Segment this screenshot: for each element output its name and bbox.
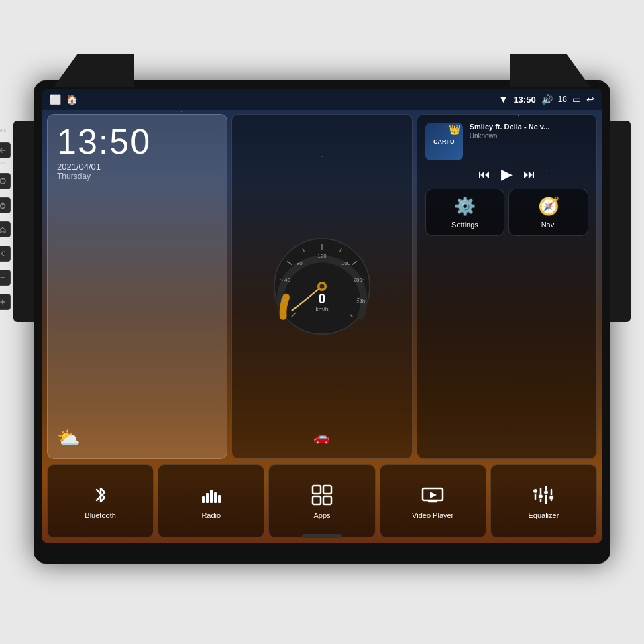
- apps-button[interactable]: Apps: [268, 464, 375, 538]
- clock-date: 2021/04/01: [57, 162, 217, 172]
- svg-text:km/h: km/h: [315, 306, 328, 313]
- status-time: 13:50: [513, 95, 535, 105]
- radio-label: Radio: [201, 511, 221, 519]
- top-fin-right: [510, 54, 590, 87]
- speed-widget: 0 40 80 120 160 200 240 0 km/h: [231, 114, 412, 459]
- back-side-button[interactable]: [0, 246, 11, 262]
- wifi-icon: ▼: [499, 94, 508, 105]
- video-player-button[interactable]: Video Player: [380, 464, 486, 538]
- bluetooth-icon: [89, 483, 113, 507]
- svg-rect-31: [218, 495, 221, 503]
- equalizer-button[interactable]: Equalizer: [490, 464, 597, 538]
- navi-label: Navi: [541, 221, 556, 229]
- bluetooth-button[interactable]: Bluetooth: [47, 464, 154, 538]
- svg-point-46: [549, 496, 554, 500]
- side-buttons: MIC RST: [0, 134, 11, 310]
- rst-button[interactable]: [0, 173, 11, 189]
- svg-rect-30: [214, 492, 217, 503]
- svg-point-44: [544, 490, 549, 495]
- svg-text:0: 0: [319, 291, 326, 306]
- weather-icon: ⛅: [57, 427, 80, 449]
- svg-marker-37: [430, 492, 437, 498]
- svg-rect-32: [313, 486, 321, 494]
- svg-text:240: 240: [356, 299, 366, 305]
- svg-rect-35: [323, 496, 331, 504]
- svg-rect-33: [323, 486, 331, 494]
- svg-point-42: [539, 494, 543, 499]
- status-bar: ⬜ 🏠 ▼ 13:50 🔊 18 ▭ ↩: [42, 89, 602, 110]
- settings-button[interactable]: ⚙️ Settings: [425, 189, 505, 236]
- music-widget: CARFU 👑 Smiley ft. Delia - Ne v... Unkno…: [417, 114, 597, 459]
- bottom-notch: [302, 534, 342, 538]
- power-button[interactable]: [0, 197, 11, 213]
- navi-icon: 🧭: [538, 196, 559, 217]
- apps-label: Apps: [313, 511, 330, 519]
- next-button[interactable]: ⏭: [523, 168, 535, 182]
- battery-level: 18: [558, 95, 567, 104]
- bluetooth-label: Bluetooth: [85, 511, 115, 519]
- play-button[interactable]: ▶: [501, 166, 513, 183]
- svg-rect-29: [210, 490, 213, 503]
- svg-rect-27: [202, 496, 205, 503]
- status-left: ⬜ 🏠: [50, 94, 78, 105]
- weather-section: ⛅: [57, 427, 217, 449]
- rst-label: RST: [0, 161, 7, 165]
- svg-text:40: 40: [284, 277, 290, 283]
- radio-icon: [199, 483, 223, 507]
- music-info: Smiley ft. Delia - Ne v... Unknown: [470, 123, 588, 140]
- apps-icon: [310, 483, 334, 507]
- equalizer-label: Equalizer: [528, 511, 559, 519]
- equalizer-icon: [531, 483, 555, 507]
- mic-label: MIC: [0, 129, 7, 133]
- music-artist: Unknown: [470, 132, 588, 140]
- navi-button[interactable]: 🧭 Navi: [508, 189, 588, 236]
- svg-text:0: 0: [284, 299, 287, 305]
- back-button[interactable]: [0, 142, 11, 158]
- vol-down-button[interactable]: [0, 270, 11, 286]
- main-screen: ⬜ 🏠 ▼ 13:50 🔊 18 ▭ ↩ 13:50 2021/04/01 Th…: [42, 89, 602, 543]
- svg-text:200: 200: [354, 277, 363, 283]
- status-right: ▼ 13:50 🔊 18 ▭ ↩: [499, 94, 594, 105]
- svg-text:120: 120: [317, 253, 327, 259]
- window-icon: ▭: [572, 94, 581, 105]
- vol-up-button[interactable]: [0, 294, 11, 310]
- settings-icon: ⚙️: [454, 196, 476, 217]
- home-nav-icon[interactable]: 🏠: [66, 94, 78, 105]
- video-player-icon: [421, 483, 445, 507]
- clock-widget: 13:50 2021/04/01 Thursday ⛅: [47, 114, 227, 459]
- video-player-label: Video Player: [412, 511, 453, 519]
- volume-icon: 🔊: [541, 94, 553, 105]
- home-button[interactable]: [0, 221, 11, 237]
- music-controls: ⏮ ▶ ⏭: [425, 166, 588, 183]
- car-head-unit: MIC RST ⬜ 🏠: [34, 80, 610, 564]
- top-fin-left: [54, 54, 134, 87]
- svg-rect-28: [206, 493, 209, 503]
- back-nav-icon[interactable]: ⬜: [50, 94, 61, 105]
- svg-line-6: [280, 280, 283, 280]
- clock-time: 13:50: [57, 124, 217, 159]
- crown-icon: 👑: [449, 124, 460, 135]
- svg-rect-34: [313, 496, 321, 504]
- bottom-app-row: Bluetooth Radio: [47, 464, 597, 538]
- prev-button[interactable]: ⏮: [478, 168, 490, 182]
- clock-day: Thursday: [57, 172, 217, 181]
- panels-row: 13:50 2021/04/01 Thursday ⛅: [47, 114, 597, 459]
- settings-label: Settings: [451, 221, 478, 229]
- music-logo: CARFU 👑: [425, 123, 463, 160]
- arrow-back-icon[interactable]: ↩: [586, 94, 594, 105]
- music-title: Smiley ft. Delia - Ne v...: [470, 123, 588, 131]
- svg-point-40: [533, 489, 538, 494]
- svg-point-24: [319, 284, 324, 288]
- speedometer-svg: 0 40 80 120 160 200 240 0 km/h: [268, 233, 376, 340]
- music-top: CARFU 👑 Smiley ft. Delia - Ne v... Unkno…: [425, 123, 588, 160]
- svg-text:160: 160: [341, 260, 351, 266]
- settings-navi-row: ⚙️ Settings 🧭 Navi: [425, 189, 588, 236]
- radio-button[interactable]: Radio: [158, 464, 264, 538]
- svg-text:80: 80: [297, 260, 303, 266]
